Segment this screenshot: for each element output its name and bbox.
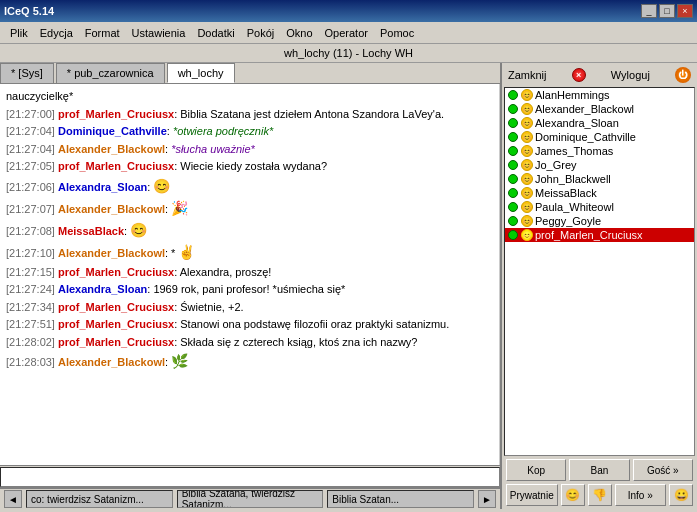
chat-input[interactable] bbox=[0, 467, 500, 487]
face-icon: 😊 bbox=[521, 215, 533, 227]
face-icon: 😊 bbox=[521, 103, 533, 115]
list-item: [21:27:07] Alexander_Blackowl: 🎉 bbox=[6, 198, 493, 219]
menu-edycja[interactable]: Edycja bbox=[34, 25, 79, 41]
user-item-dominique-cathville[interactable]: 😊 Dominique_Cathville bbox=[505, 130, 694, 144]
close-red-button[interactable]: × bbox=[572, 68, 586, 82]
list-item: [21:28:02] prof_Marlen_Cruciusx: Składa … bbox=[6, 334, 493, 351]
status-dot bbox=[508, 216, 518, 226]
face-icon: 😊 bbox=[521, 145, 533, 157]
username: Paula_Whiteowl bbox=[535, 201, 614, 213]
menu-operator[interactable]: Operator bbox=[319, 25, 374, 41]
status-bar: ◄ co: twierdzisz Satanizm... Biblia Szat… bbox=[0, 487, 500, 509]
user-item-peggy-goyle[interactable]: 😊 Peggy_Goyle bbox=[505, 214, 694, 228]
menu-okno[interactable]: Okno bbox=[280, 25, 318, 41]
face-icon: 😊 bbox=[521, 187, 533, 199]
username: prof_Marlen_Cruciusx bbox=[535, 229, 643, 241]
username: AlanHemmings bbox=[535, 89, 610, 101]
status-dot bbox=[508, 174, 518, 184]
face-icon: 😊 bbox=[521, 89, 533, 101]
list-item: nauczycielkę* bbox=[6, 88, 493, 105]
user-item-meissablack[interactable]: 😊 MeissaBlack bbox=[505, 186, 694, 200]
user-item-alexander-blackowl[interactable]: 😊 Alexander_Blackowl bbox=[505, 102, 694, 116]
menu-pokoj[interactable]: Pokój bbox=[241, 25, 281, 41]
kop-button[interactable]: Kop bbox=[506, 459, 566, 481]
zamknij-label[interactable]: Zamknij bbox=[508, 69, 547, 81]
user-item-alexandra-sloan[interactable]: 😊 Alexandra_Sloan bbox=[505, 116, 694, 130]
list-item: [21:27:04] Dominique_Cathville: *otwiera… bbox=[6, 123, 493, 140]
smiley-button-2[interactable]: 👎 bbox=[588, 484, 612, 506]
status-dot bbox=[508, 230, 518, 240]
scroll-left-arrow[interactable]: ◄ bbox=[4, 490, 22, 508]
menu-format[interactable]: Format bbox=[79, 25, 126, 41]
status-dot bbox=[508, 188, 518, 198]
face-icon: 😊 bbox=[521, 117, 533, 129]
maximize-button[interactable]: □ bbox=[659, 4, 675, 18]
menu-pomoc[interactable]: Pomoc bbox=[374, 25, 420, 41]
status-dot bbox=[508, 132, 518, 142]
face-icon: 😊 bbox=[521, 173, 533, 185]
user-item-paula-whiteowl[interactable]: 😊 Paula_Whiteowl bbox=[505, 200, 694, 214]
menu-dodatki[interactable]: Dodatki bbox=[191, 25, 240, 41]
title-bar: ICeQ 5.14 _ □ × bbox=[0, 0, 697, 22]
minimize-button[interactable]: _ bbox=[641, 4, 657, 18]
status-segment-2: Biblia Szatana, twierdzisz Satanizm... bbox=[177, 490, 324, 508]
user-item-alanhemmings[interactable]: 😊 AlanHemmings bbox=[505, 88, 694, 102]
status-dot bbox=[508, 104, 518, 114]
window-header: wh_lochy (11) - Lochy WH bbox=[0, 44, 697, 63]
list-item: [21:27:06] Alexandra_Sloan: 😊 bbox=[6, 176, 493, 197]
user-item-jo-grey[interactable]: 😊 Jo_Grey bbox=[505, 158, 694, 172]
chat-area[interactable]: nauczycielkę* [21:27:00] prof_Marlen_Cru… bbox=[0, 84, 500, 465]
user-item-prof-marlen[interactable]: 😊 prof_Marlen_Cruciusx bbox=[505, 228, 694, 242]
list-item: [21:27:04] Alexander_Blackowl: *słucha u… bbox=[6, 141, 493, 158]
username: James_Thomas bbox=[535, 145, 613, 157]
username: Alexander_Blackowl bbox=[535, 103, 634, 115]
status-dot bbox=[508, 90, 518, 100]
username: John_Blackwell bbox=[535, 173, 611, 185]
smiley-button-3[interactable]: 😀 bbox=[669, 484, 693, 506]
gosc-button[interactable]: Gość » bbox=[633, 459, 693, 481]
list-item: [21:27:34] prof_Marlen_Cruciusx: Świetni… bbox=[6, 299, 493, 316]
face-icon: 😊 bbox=[521, 159, 533, 171]
ban-button[interactable]: Ban bbox=[569, 459, 629, 481]
username: Jo_Grey bbox=[535, 159, 577, 171]
prywatnie-button[interactable]: Prywatnie bbox=[506, 484, 558, 506]
list-item: [21:28:03] Alexander_Blackowl: 🌿 bbox=[6, 351, 493, 372]
list-item: [21:27:08] MeissaBlack: 😊 bbox=[6, 220, 493, 241]
right-panel-header: Zamknij × Wyloguj ⏻ bbox=[502, 63, 697, 87]
list-item: [21:27:15] prof_Marlen_Cruciusx: Alexand… bbox=[6, 264, 493, 281]
status-dot bbox=[508, 118, 518, 128]
tab-pub-czarownica[interactable]: * pub_czarownica bbox=[56, 63, 165, 83]
wyloguj-label[interactable]: Wyloguj bbox=[611, 69, 650, 81]
status-dot bbox=[508, 146, 518, 156]
right-panel: Zamknij × Wyloguj ⏻ 😊 AlanHemmings 😊 Ale… bbox=[502, 63, 697, 509]
username: Dominique_Cathville bbox=[535, 131, 636, 143]
list-item: [21:27:05] prof_Marlen_Cruciusx: Wiecie … bbox=[6, 158, 493, 175]
app-title: ICeQ 5.14 bbox=[4, 5, 54, 17]
menu-plik[interactable]: Plik bbox=[4, 25, 34, 41]
list-item: [21:27:51] prof_Marlen_Cruciusx: Stanowi… bbox=[6, 316, 493, 333]
list-item: [21:27:24] Alexandra_Sloan: 1969 rok, pa… bbox=[6, 281, 493, 298]
status-dot bbox=[508, 160, 518, 170]
scroll-right-arrow[interactable]: ► bbox=[478, 490, 496, 508]
user-item-james-thomas[interactable]: 😊 James_Thomas bbox=[505, 144, 694, 158]
user-list[interactable]: 😊 AlanHemmings 😊 Alexander_Blackowl 😊 Al… bbox=[504, 87, 695, 456]
logout-orange-button[interactable]: ⏻ bbox=[675, 67, 691, 83]
menu-ustawienia[interactable]: Ustawienia bbox=[126, 25, 192, 41]
status-segment-1: co: twierdzisz Satanizm... bbox=[26, 490, 173, 508]
tab-sys[interactable]: * [Sys] bbox=[0, 63, 54, 83]
list-item: [21:27:00] prof_Marlen_Cruciusx: Biblia … bbox=[6, 106, 493, 123]
window-controls: _ □ × bbox=[641, 4, 693, 18]
info-button[interactable]: Info » bbox=[615, 484, 667, 506]
username: Alexandra_Sloan bbox=[535, 117, 619, 129]
tab-wh-lochy[interactable]: wh_lochy bbox=[167, 63, 235, 83]
right-panel-buttons: Kop Ban Gość » Prywatnie 😊 👎 Info » 😀 bbox=[502, 456, 697, 509]
close-button[interactable]: × bbox=[677, 4, 693, 18]
user-item-john-blackwell[interactable]: 😊 John_Blackwell bbox=[505, 172, 694, 186]
face-icon: 😊 bbox=[521, 131, 533, 143]
list-item: [21:27:10] Alexander_Blackowl: * ✌ bbox=[6, 242, 493, 263]
username: Peggy_Goyle bbox=[535, 215, 601, 227]
status-dot bbox=[508, 202, 518, 212]
menu-bar: Plik Edycja Format Ustawienia Dodatki Po… bbox=[0, 22, 697, 44]
smiley-button-1[interactable]: 😊 bbox=[561, 484, 585, 506]
tab-bar: * [Sys] * pub_czarownica wh_lochy bbox=[0, 63, 500, 84]
